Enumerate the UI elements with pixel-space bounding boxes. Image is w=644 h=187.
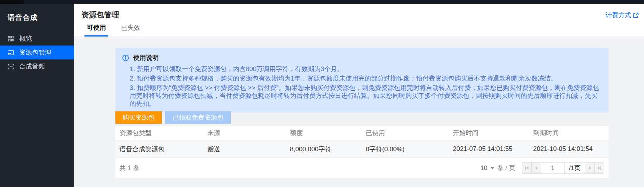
- first-page-icon: [525, 166, 529, 170]
- previous-page-icon: [534, 166, 538, 170]
- tab-bar: 可使用 已失效: [79, 21, 148, 36]
- column-header-type: 资源包类型: [115, 129, 203, 137]
- usage-notice-item: 1. 新用户可以领取一个免费资源包，内含800万调用字符，有效期为3个月。: [130, 65, 601, 73]
- total-pages-label: /1页: [564, 162, 585, 174]
- sidebar-item-resource-packages[interactable]: 资源包管理: [0, 46, 74, 59]
- page-title: 资源包管理: [81, 10, 119, 20]
- audio-waveform-icon: [8, 63, 14, 70]
- sidebar-item-label: 资源包管理: [19, 48, 51, 57]
- sidebar: 语音合成 概览 资源包管理: [0, 4, 74, 187]
- usage-notice-item: 3. 扣费顺序为“免费资源包 >> 付费资源包 >> 后付费”。如果您未购买付费…: [130, 84, 601, 108]
- cell-source: 赠送: [203, 145, 286, 154]
- cell-end-time: 2021-10-05 14:01:54: [529, 145, 609, 153]
- table-header-row: 资源包类型 来源 额度 已使用 开始时间 到期时间: [115, 126, 609, 140]
- column-header-source: 来源: [203, 129, 286, 137]
- page-number-field: [541, 162, 565, 174]
- cell-quota: 8,000,000字符: [286, 145, 362, 154]
- first-page-button[interactable]: [522, 162, 532, 174]
- last-page-button[interactable]: [594, 162, 604, 174]
- external-link-icon: [633, 12, 639, 18]
- page-header: 资源包管理 计费方式 可使用 已失效: [74, 4, 644, 37]
- top-bar-corner: [0, 0, 24, 4]
- info-circle-icon: [122, 55, 129, 61]
- tab-expired[interactable]: 已失效: [119, 21, 143, 36]
- sidebar-item-overview[interactable]: 概览: [0, 32, 74, 46]
- sidebar-item-synth-audio[interactable]: 合成音频: [0, 59, 74, 73]
- resource-package-table: 资源包类型 来源 额度 已使用 开始时间 到期时间 语音合成资源包 赠送 8,0…: [115, 126, 609, 178]
- billing-mode-link[interactable]: 计费方式: [606, 11, 639, 20]
- sidebar-item-label: 概览: [19, 34, 32, 43]
- next-page-icon: [588, 166, 592, 170]
- total-count-label: 共 1 条: [120, 164, 140, 172]
- column-header-end-time: 到期时间: [529, 129, 609, 137]
- action-button-row: 购买资源包 已领取免费资源包: [115, 111, 231, 124]
- column-header-quota: 额度: [286, 129, 362, 137]
- chevron-down-icon: [491, 167, 494, 169]
- last-page-icon: [597, 166, 601, 170]
- page-navigation-group: /1页: [522, 162, 604, 174]
- usage-notice-panel: 使用说明 1. 新用户可以领取一个免费资源包，内含800万调用字符，有效期为3个…: [115, 48, 609, 113]
- column-header-start-time: 开始时间: [449, 129, 529, 137]
- cell-start-time: 2021-07-05 14:01:55: [449, 145, 529, 153]
- sidebar-item-label: 合成音频: [19, 62, 45, 71]
- cell-package-type: 语音合成资源包: [115, 145, 203, 154]
- package-icon: [8, 49, 14, 56]
- buy-resource-package-button[interactable]: 购买资源包: [115, 111, 162, 124]
- tab-usable[interactable]: 可使用: [84, 21, 108, 36]
- sidebar-product-title: 语音合成: [0, 4, 74, 32]
- page-size-select[interactable]: 10 条 / 页: [480, 164, 515, 172]
- column-header-used: 已使用: [362, 129, 449, 137]
- grid-icon: [8, 35, 14, 42]
- usage-notice-list: 1. 新用户可以领取一个免费资源包，内含800万调用字符，有效期为3个月。 2.…: [130, 65, 601, 108]
- main-content: 使用说明 1. 新用户可以领取一个免费资源包，内含800万调用字符，有效期为3个…: [74, 37, 644, 187]
- cell-used: 0字符(0.00%): [362, 145, 449, 154]
- global-top-bar: [0, 0, 644, 4]
- table-row: 语音合成资源包 赠送 8,000,000字符 0字符(0.00%) 2021-0…: [115, 140, 609, 158]
- page-number-input[interactable]: [541, 165, 564, 172]
- billing-mode-link-label: 计费方式: [606, 11, 631, 20]
- usage-notice-item: 2. 预付费资源包支持多种规格，购买的资源包有效期均为1年，资源包额度未使用完的…: [130, 74, 601, 82]
- sidebar-menu: 概览 资源包管理: [0, 32, 74, 73]
- page-size-value: 10: [480, 164, 488, 172]
- usage-notice-header: 使用说明: [122, 53, 601, 62]
- next-page-button[interactable]: [585, 162, 595, 174]
- previous-page-button[interactable]: [531, 162, 541, 174]
- free-package-claimed-button[interactable]: 已领取免费资源包: [165, 111, 231, 124]
- table-footer: 共 1 条 10 条 / 页: [115, 158, 609, 178]
- usage-notice-title: 使用说明: [133, 53, 159, 62]
- pagination-controls: 10 条 / 页: [480, 162, 604, 174]
- per-page-label: 条 / 页: [497, 164, 515, 172]
